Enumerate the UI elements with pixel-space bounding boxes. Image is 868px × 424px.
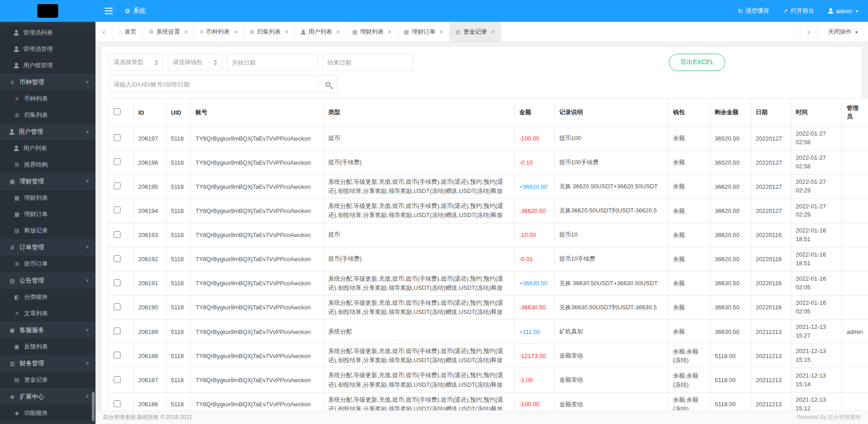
sidebar-group[interactable]: 用户管理∨ <box>0 123 95 140</box>
end-date-input[interactable] <box>322 54 413 71</box>
sidebar-item[interactable]: 管理员管理 <box>0 41 95 57</box>
caret-down-icon: ▾ <box>856 9 858 14</box>
search-button[interactable] <box>318 76 337 93</box>
sidebar-item[interactable]: ▣反馈列表 <box>0 338 95 355</box>
sidebar-item[interactable]: 用户列表 <box>0 140 95 156</box>
sidebar-group[interactable]: ▥财务管理∨ <box>0 355 95 372</box>
sidebar-item[interactable]: 用户组管理 <box>0 57 95 74</box>
row-checkbox[interactable] <box>114 207 120 213</box>
sidebar-group-children: ◧分类模块≡文章列表 <box>0 289 95 322</box>
table-row: 2061945118TY8QrBygiux9mBQXjTaEv7VvPPcoAw… <box>109 199 868 223</box>
chevron-down-icon: ∨ <box>85 80 89 85</box>
cell-id: 206190 <box>134 295 166 319</box>
row-checkbox[interactable] <box>114 328 120 334</box>
cell-date: 20220127 <box>751 151 791 175</box>
close-tab-icon[interactable]: × <box>184 28 188 35</box>
row-checkbox[interactable] <box>114 231 120 238</box>
search-icon <box>326 82 331 87</box>
tab[interactable]: ⌂首页 <box>113 22 143 42</box>
tab[interactable]: ≣归集列表× <box>244 22 295 42</box>
cell-id: 206196 <box>134 151 166 175</box>
tabs-scroll-right-button[interactable]: › <box>800 22 817 42</box>
sidebar-group[interactable]: ▣客服服务∨ <box>0 322 95 338</box>
row-checkbox[interactable] <box>114 376 120 383</box>
close-tab-icon[interactable]: × <box>388 28 391 35</box>
sidebar-item[interactable]: ≣提币订单 <box>0 256 95 272</box>
refresh-icon: ↻ <box>738 8 743 15</box>
tabs-scroll-left-button[interactable]: ‹ <box>95 22 113 42</box>
cell-amount: +111.00 <box>515 320 555 344</box>
hamburger-menu-icon[interactable] <box>102 5 115 17</box>
column-header: 日期 <box>751 99 791 126</box>
open-frontend-button-label: 打开前台 <box>791 7 814 15</box>
sidebar-item[interactable]: ▦理财订单 <box>0 206 95 222</box>
sidebar-item[interactable]: ⊞推荐结构 <box>0 156 95 173</box>
chevron-down-icon: ∨ <box>85 278 89 283</box>
cell-type: 提币(手续费) <box>324 247 515 271</box>
cell-account: TY8QrBygiux9mBQXjTaEv7VvPPcoAwckon <box>191 126 324 151</box>
sidebar-group-label: 财务管理 <box>20 359 44 368</box>
sidebar-group-children: ▣反馈列表 <box>0 338 95 355</box>
tab[interactable]: ⚙系统设置× <box>143 22 194 42</box>
open-frontend-button[interactable]: ↗打开前台 <box>783 7 814 15</box>
search-input[interactable] <box>109 76 319 93</box>
type-select[interactable]: 请选择类型 <box>109 54 163 71</box>
sidebar-item[interactable]: ¤币种列表 <box>0 91 95 107</box>
row-checkbox[interactable] <box>114 352 120 358</box>
type-select-value: 请选择类型 <box>114 58 143 66</box>
topbar-system-menu[interactable]: ⚙ 系统 <box>125 7 146 15</box>
tab[interactable]: ▦理财列表× <box>346 22 398 42</box>
sidebar-group[interactable]: ▦理财管理∨ <box>0 173 95 190</box>
row-checkbox[interactable] <box>114 158 120 165</box>
filter-row: 请选择类型 请选择钱包 导出EXCEL <box>109 54 855 71</box>
start-date-input[interactable] <box>227 54 318 71</box>
tab[interactable]: ▤资金记录× <box>450 22 502 42</box>
select-all-checkbox[interactable] <box>114 108 120 115</box>
sidebar-group-children: ¤币种列表≣归集列表 <box>0 91 95 123</box>
sidebar-item[interactable]: ▦理财列表 <box>0 190 95 206</box>
sidebar-item-label: 归集列表 <box>24 111 48 119</box>
sidebar-item[interactable]: ≣归集列表 <box>0 107 95 123</box>
category-icon: ◧ <box>14 294 20 300</box>
sidebar-group[interactable]: ≣订单管理∨ <box>0 239 95 256</box>
tab[interactable]: 用户列表× <box>295 22 346 42</box>
logo[interactable] <box>0 0 95 22</box>
wallet-select[interactable]: 请选择钱包 <box>168 54 222 71</box>
close-operations-dropdown[interactable]: 关闭操作 ▾ <box>817 22 868 42</box>
sidebar-group[interactable]: ▤公告管理∨ <box>0 272 95 289</box>
cell-desc: 金额变动 <box>555 368 668 392</box>
tab[interactable]: ¤币种列表× <box>194 22 244 42</box>
export-excel-button[interactable]: 导出EXCEL <box>669 54 725 71</box>
sidebar-group[interactable]: ¤币种管理∨ <box>0 74 95 91</box>
close-tab-icon[interactable]: × <box>234 28 237 35</box>
sidebar-item[interactable]: ▤释放记录 <box>0 222 95 239</box>
clear-cache-button[interactable]: ↻清空缓存 <box>738 7 769 15</box>
close-tab-icon[interactable]: × <box>491 28 495 35</box>
cell-wallet: 余额 <box>668 247 710 271</box>
sidebar-item[interactable]: 管理员列表 <box>0 25 95 41</box>
sidebar-item[interactable]: ≡文章列表 <box>0 305 95 322</box>
tab[interactable]: ▦理财订单× <box>398 22 450 42</box>
tab-label: 币种列表 <box>206 28 230 36</box>
sidebar-group[interactable]: ◈扩展中心∨ <box>0 388 95 405</box>
close-tab-icon[interactable]: × <box>439 28 443 35</box>
column-header: 金额 <box>515 99 555 126</box>
table-row: 2061875118TY8QrBygiux9mBQXjTaEv7VvPPcoAw… <box>109 368 868 392</box>
cell-account: TY8QrBygiux9mBQXjTaEv7VvPPcoAwckon <box>191 271 324 295</box>
referral-tree-icon: ⊞ <box>14 162 20 168</box>
topbar: ⚙ 系统 ↻清空缓存↗打开前台admin▾ <box>0 0 868 22</box>
sidebar-item[interactable]: ▤资金记录 <box>0 372 95 388</box>
row-checkbox[interactable] <box>114 279 120 286</box>
article-list-icon: ≡ <box>14 310 20 317</box>
close-tab-icon[interactable]: × <box>336 28 340 35</box>
sidebar-item[interactable]: ◧分类模块 <box>0 289 95 305</box>
sidebar-scrollbar[interactable] <box>92 392 95 421</box>
row-checkbox[interactable] <box>114 400 120 407</box>
admin-dropdown[interactable]: admin▾ <box>828 8 858 15</box>
close-tab-icon[interactable]: × <box>285 28 288 35</box>
row-checkbox[interactable] <box>114 134 120 141</box>
row-checkbox[interactable] <box>114 303 120 310</box>
sidebar-item[interactable]: ◈功能模块 <box>0 405 95 421</box>
row-checkbox[interactable] <box>114 182 120 189</box>
row-checkbox[interactable] <box>114 255 120 262</box>
